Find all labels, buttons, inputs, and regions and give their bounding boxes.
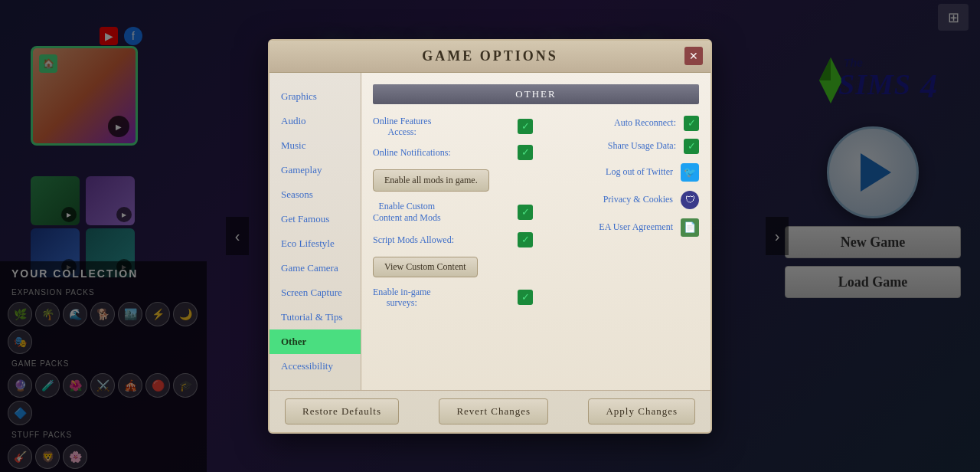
nav-audio[interactable]: Audio	[270, 109, 361, 133]
option-online-notifications: Online Notifications: ✓	[373, 145, 533, 160]
option-auto-reconnect: Auto Reconnect: ✓	[539, 116, 699, 131]
nav-game-camera[interactable]: Game Camera	[270, 256, 361, 280]
option-share-usage-data: Share Usage Data: ✓	[539, 139, 699, 154]
option-ingame-surveys: Enable in-gamesurveys: ✓	[373, 287, 533, 309]
share-usage-data-label: Share Usage Data:	[608, 140, 676, 151]
share-usage-data-checkbox[interactable]: ✓	[684, 139, 699, 154]
option-logout-twitter: Log out of Twitter 🐦	[539, 163, 699, 182]
section-header-other: Other	[373, 84, 699, 104]
online-notifications-checkbox[interactable]: ✓	[518, 145, 533, 160]
enable-custom-content-checkbox[interactable]: ✓	[518, 205, 533, 220]
modal-close-button[interactable]: ✕	[684, 47, 703, 65]
script-mods-checkbox[interactable]: ✓	[518, 232, 533, 247]
auto-reconnect-label: Auto Reconnect:	[614, 117, 676, 128]
script-mods-label: Script Mods Allowed:	[373, 234, 454, 245]
enable-all-mods-container: Enable all mods in game.	[373, 169, 533, 192]
modal-overlay: Game Options ✕ Graphics Audio Music Game…	[0, 0, 980, 472]
nav-gameplay[interactable]: Gameplay	[270, 158, 361, 182]
modal-sidebar: Graphics Audio Music Gameplay Seasons Ge…	[270, 73, 361, 390]
ingame-surveys-label: Enable in-gamesurveys:	[373, 287, 431, 309]
auto-reconnect-checkbox[interactable]: ✓	[684, 116, 699, 131]
shield-icon[interactable]: 🛡	[681, 191, 699, 209]
twitter-icon[interactable]: 🐦	[681, 163, 699, 182]
view-custom-content-button[interactable]: View Custom Content	[373, 257, 478, 277]
options-container: Online FeaturesAccess: ✓ Online Notifica…	[373, 116, 699, 309]
option-enable-custom-content: Enable CustomContent and Mods ✓	[373, 201, 533, 223]
online-features-checkbox[interactable]: ✓	[518, 119, 533, 134]
ea-user-agreement-label: EA User Agreement	[599, 221, 673, 232]
revert-changes-button[interactable]: Revert Changes	[439, 398, 548, 424]
left-options-column: Online FeaturesAccess: ✓ Online Notifica…	[373, 116, 533, 309]
apply-changes-button[interactable]: Apply Changes	[588, 398, 695, 424]
online-notifications-label: Online Notifications:	[373, 147, 451, 158]
option-privacy-cookies: Privacy & Cookies 🛡	[539, 191, 699, 209]
modal-title: Game Options	[422, 48, 558, 64]
online-features-label: Online FeaturesAccess:	[373, 116, 431, 138]
nav-get-famous[interactable]: Get Famous	[270, 207, 361, 231]
nav-eco-lifestyle[interactable]: Eco Lifestyle	[270, 231, 361, 256]
enable-custom-content-label: Enable CustomContent and Mods	[373, 201, 441, 223]
right-options-column: Auto Reconnect: ✓ Share Usage Data: ✓ Lo…	[539, 116, 699, 309]
enable-all-mods-button[interactable]: Enable all mods in game.	[373, 169, 489, 192]
nav-other[interactable]: Other	[270, 329, 361, 354]
option-ea-user-agreement: EA User Agreement 📄	[539, 218, 699, 237]
document-icon[interactable]: 📄	[681, 218, 699, 237]
nav-screen-capture[interactable]: Screen Capture	[270, 280, 361, 305]
privacy-cookies-label: Privacy & Cookies	[603, 194, 673, 205]
modal-header: Game Options ✕	[270, 41, 710, 73]
modal-body: Graphics Audio Music Gameplay Seasons Ge…	[270, 73, 710, 390]
nav-tutorial-tips[interactable]: Tutorial & Tips	[270, 305, 361, 329]
logout-twitter-label: Log out of Twitter	[606, 166, 673, 177]
restore-defaults-button[interactable]: Restore Defaults	[285, 398, 399, 424]
nav-graphics[interactable]: Graphics	[270, 84, 361, 109]
nav-seasons[interactable]: Seasons	[270, 182, 361, 207]
modal-main-content: Other Online FeaturesAccess: ✓ Online No…	[361, 73, 710, 390]
option-script-mods: Script Mods Allowed: ✓	[373, 232, 533, 247]
nav-accessibility[interactable]: Accessibility	[270, 354, 361, 379]
modal-footer: Restore Defaults Revert Changes Apply Ch…	[270, 390, 710, 432]
game-options-modal: Game Options ✕ Graphics Audio Music Game…	[268, 39, 712, 434]
ingame-surveys-checkbox[interactable]: ✓	[518, 290, 533, 305]
nav-music[interactable]: Music	[270, 133, 361, 158]
view-custom-content-container: View Custom Content	[373, 257, 533, 277]
option-online-features: Online FeaturesAccess: ✓	[373, 116, 533, 138]
